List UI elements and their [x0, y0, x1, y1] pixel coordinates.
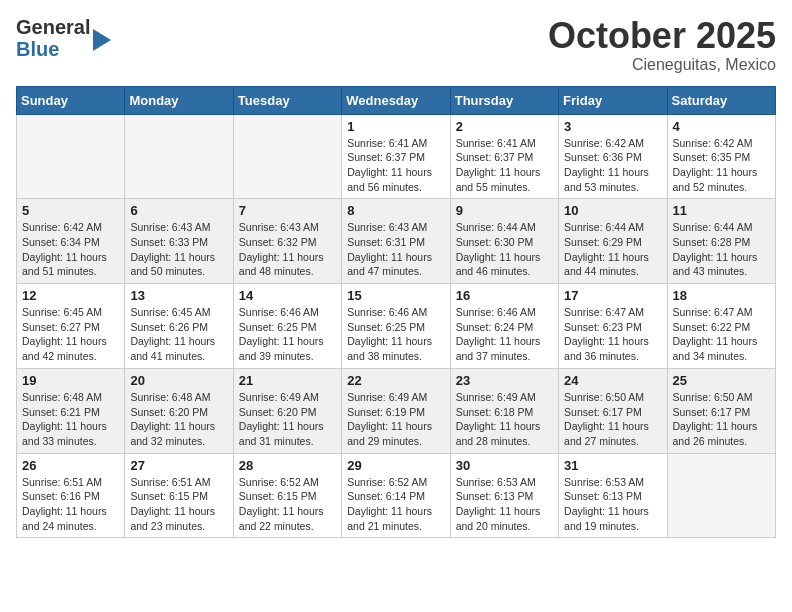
day-info: Sunrise: 6:43 AMSunset: 6:32 PMDaylight:… [239, 220, 336, 279]
day-number: 2 [456, 119, 553, 134]
calendar-cell: 22Sunrise: 6:49 AMSunset: 6:19 PMDayligh… [342, 368, 450, 453]
day-number: 17 [564, 288, 661, 303]
day-number: 29 [347, 458, 444, 473]
logo-general: General [16, 16, 90, 38]
calendar-cell: 4Sunrise: 6:42 AMSunset: 6:35 PMDaylight… [667, 114, 775, 199]
day-info: Sunrise: 6:41 AMSunset: 6:37 PMDaylight:… [456, 136, 553, 195]
calendar-cell: 18Sunrise: 6:47 AMSunset: 6:22 PMDayligh… [667, 284, 775, 369]
page-header: General Blue October 2025 Cieneguitas, M… [16, 16, 776, 74]
day-info: Sunrise: 6:42 AMSunset: 6:34 PMDaylight:… [22, 220, 119, 279]
calendar-cell: 23Sunrise: 6:49 AMSunset: 6:18 PMDayligh… [450, 368, 558, 453]
calendar-table: SundayMondayTuesdayWednesdayThursdayFrid… [16, 86, 776, 539]
day-info: Sunrise: 6:45 AMSunset: 6:26 PMDaylight:… [130, 305, 227, 364]
calendar-cell [125, 114, 233, 199]
day-number: 8 [347, 203, 444, 218]
day-number: 9 [456, 203, 553, 218]
day-number: 14 [239, 288, 336, 303]
weekday-header: Sunday [17, 86, 125, 114]
location: Cieneguitas, Mexico [548, 56, 776, 74]
day-number: 22 [347, 373, 444, 388]
calendar-cell: 19Sunrise: 6:48 AMSunset: 6:21 PMDayligh… [17, 368, 125, 453]
day-info: Sunrise: 6:46 AMSunset: 6:24 PMDaylight:… [456, 305, 553, 364]
calendar-week-row: 26Sunrise: 6:51 AMSunset: 6:16 PMDayligh… [17, 453, 776, 538]
calendar-week-row: 12Sunrise: 6:45 AMSunset: 6:27 PMDayligh… [17, 284, 776, 369]
day-info: Sunrise: 6:44 AMSunset: 6:29 PMDaylight:… [564, 220, 661, 279]
calendar-cell: 12Sunrise: 6:45 AMSunset: 6:27 PMDayligh… [17, 284, 125, 369]
day-info: Sunrise: 6:41 AMSunset: 6:37 PMDaylight:… [347, 136, 444, 195]
day-number: 3 [564, 119, 661, 134]
day-number: 23 [456, 373, 553, 388]
calendar-cell: 27Sunrise: 6:51 AMSunset: 6:15 PMDayligh… [125, 453, 233, 538]
weekday-header: Friday [559, 86, 667, 114]
calendar-cell: 8Sunrise: 6:43 AMSunset: 6:31 PMDaylight… [342, 199, 450, 284]
calendar-cell: 7Sunrise: 6:43 AMSunset: 6:32 PMDaylight… [233, 199, 341, 284]
day-info: Sunrise: 6:52 AMSunset: 6:14 PMDaylight:… [347, 475, 444, 534]
day-info: Sunrise: 6:48 AMSunset: 6:21 PMDaylight:… [22, 390, 119, 449]
calendar-cell: 10Sunrise: 6:44 AMSunset: 6:29 PMDayligh… [559, 199, 667, 284]
day-number: 11 [673, 203, 770, 218]
day-info: Sunrise: 6:46 AMSunset: 6:25 PMDaylight:… [239, 305, 336, 364]
weekday-header: Monday [125, 86, 233, 114]
day-info: Sunrise: 6:47 AMSunset: 6:22 PMDaylight:… [673, 305, 770, 364]
calendar-cell: 20Sunrise: 6:48 AMSunset: 6:20 PMDayligh… [125, 368, 233, 453]
calendar-cell: 15Sunrise: 6:46 AMSunset: 6:25 PMDayligh… [342, 284, 450, 369]
day-number: 6 [130, 203, 227, 218]
day-number: 19 [22, 373, 119, 388]
calendar-cell: 17Sunrise: 6:47 AMSunset: 6:23 PMDayligh… [559, 284, 667, 369]
day-info: Sunrise: 6:46 AMSunset: 6:25 PMDaylight:… [347, 305, 444, 364]
weekday-header: Saturday [667, 86, 775, 114]
weekday-header: Tuesday [233, 86, 341, 114]
calendar-cell: 3Sunrise: 6:42 AMSunset: 6:36 PMDaylight… [559, 114, 667, 199]
calendar-cell: 25Sunrise: 6:50 AMSunset: 6:17 PMDayligh… [667, 368, 775, 453]
title-block: October 2025 Cieneguitas, Mexico [548, 16, 776, 74]
calendar-cell: 28Sunrise: 6:52 AMSunset: 6:15 PMDayligh… [233, 453, 341, 538]
svg-marker-0 [93, 29, 111, 51]
calendar-week-row: 1Sunrise: 6:41 AMSunset: 6:37 PMDaylight… [17, 114, 776, 199]
day-info: Sunrise: 6:50 AMSunset: 6:17 PMDaylight:… [564, 390, 661, 449]
calendar-cell: 11Sunrise: 6:44 AMSunset: 6:28 PMDayligh… [667, 199, 775, 284]
calendar-cell: 30Sunrise: 6:53 AMSunset: 6:13 PMDayligh… [450, 453, 558, 538]
day-info: Sunrise: 6:49 AMSunset: 6:18 PMDaylight:… [456, 390, 553, 449]
logo-triangle-icon [93, 29, 111, 51]
day-number: 1 [347, 119, 444, 134]
day-info: Sunrise: 6:48 AMSunset: 6:20 PMDaylight:… [130, 390, 227, 449]
calendar-cell: 29Sunrise: 6:52 AMSunset: 6:14 PMDayligh… [342, 453, 450, 538]
day-info: Sunrise: 6:43 AMSunset: 6:33 PMDaylight:… [130, 220, 227, 279]
day-number: 27 [130, 458, 227, 473]
calendar-cell: 9Sunrise: 6:44 AMSunset: 6:30 PMDaylight… [450, 199, 558, 284]
day-info: Sunrise: 6:45 AMSunset: 6:27 PMDaylight:… [22, 305, 119, 364]
calendar-cell [667, 453, 775, 538]
day-info: Sunrise: 6:49 AMSunset: 6:20 PMDaylight:… [239, 390, 336, 449]
day-number: 31 [564, 458, 661, 473]
calendar-cell: 26Sunrise: 6:51 AMSunset: 6:16 PMDayligh… [17, 453, 125, 538]
calendar-cell: 2Sunrise: 6:41 AMSunset: 6:37 PMDaylight… [450, 114, 558, 199]
day-info: Sunrise: 6:52 AMSunset: 6:15 PMDaylight:… [239, 475, 336, 534]
day-info: Sunrise: 6:51 AMSunset: 6:15 PMDaylight:… [130, 475, 227, 534]
calendar-week-row: 5Sunrise: 6:42 AMSunset: 6:34 PMDaylight… [17, 199, 776, 284]
day-info: Sunrise: 6:53 AMSunset: 6:13 PMDaylight:… [456, 475, 553, 534]
day-number: 21 [239, 373, 336, 388]
day-number: 13 [130, 288, 227, 303]
day-number: 15 [347, 288, 444, 303]
logo-blue: Blue [16, 38, 90, 60]
day-number: 28 [239, 458, 336, 473]
day-info: Sunrise: 6:44 AMSunset: 6:30 PMDaylight:… [456, 220, 553, 279]
day-number: 12 [22, 288, 119, 303]
calendar-cell: 1Sunrise: 6:41 AMSunset: 6:37 PMDaylight… [342, 114, 450, 199]
day-info: Sunrise: 6:51 AMSunset: 6:16 PMDaylight:… [22, 475, 119, 534]
calendar-cell: 16Sunrise: 6:46 AMSunset: 6:24 PMDayligh… [450, 284, 558, 369]
day-number: 5 [22, 203, 119, 218]
day-info: Sunrise: 6:44 AMSunset: 6:28 PMDaylight:… [673, 220, 770, 279]
calendar-cell: 31Sunrise: 6:53 AMSunset: 6:13 PMDayligh… [559, 453, 667, 538]
day-info: Sunrise: 6:47 AMSunset: 6:23 PMDaylight:… [564, 305, 661, 364]
weekday-header-row: SundayMondayTuesdayWednesdayThursdayFrid… [17, 86, 776, 114]
calendar-cell: 6Sunrise: 6:43 AMSunset: 6:33 PMDaylight… [125, 199, 233, 284]
day-number: 30 [456, 458, 553, 473]
calendar-cell: 21Sunrise: 6:49 AMSunset: 6:20 PMDayligh… [233, 368, 341, 453]
day-info: Sunrise: 6:53 AMSunset: 6:13 PMDaylight:… [564, 475, 661, 534]
logo: General Blue [16, 16, 111, 60]
calendar-cell: 24Sunrise: 6:50 AMSunset: 6:17 PMDayligh… [559, 368, 667, 453]
month-title: October 2025 [548, 16, 776, 56]
day-info: Sunrise: 6:43 AMSunset: 6:31 PMDaylight:… [347, 220, 444, 279]
day-info: Sunrise: 6:42 AMSunset: 6:35 PMDaylight:… [673, 136, 770, 195]
